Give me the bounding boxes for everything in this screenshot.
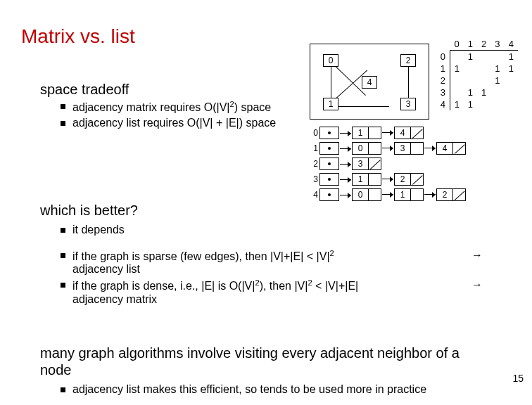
arrow-icon: → [462, 278, 483, 305]
matrix-cell [490, 51, 504, 63]
bullet-text: adjacency list makes this efficient, so … [72, 383, 511, 396]
graph-node: 2 [400, 54, 416, 67]
adjlist-row: 0 1 4 [310, 125, 514, 141]
matrix-col-header: 0 [450, 38, 463, 51]
matrix-row-header: 4 [436, 98, 450, 110]
matrix-cell: 1 [464, 51, 477, 63]
graph-node: 0 [323, 54, 338, 67]
bullet-efficient: adjacency list makes this efficient, so … [61, 383, 511, 396]
matrix-cell [477, 51, 490, 63]
adjlist-node: 0 [352, 188, 381, 201]
bullet-square-icon [61, 104, 65, 109]
arrow-icon: → [462, 249, 483, 276]
bullet-list-space: adjacency list requires O(|V| + |E|) spa… [61, 117, 328, 129]
graph-diagram: 0 2 4 1 3 [310, 44, 429, 120]
adjlist-index: 4 [310, 190, 319, 200]
matrix-cell [490, 86, 504, 98]
adjlist-node: 1 [352, 127, 381, 139]
adjlist-row: 1 0 3 4 [310, 141, 514, 156]
adjlist-row: 3 1 2 [310, 172, 514, 187]
page-number: 15 [512, 373, 524, 384]
matrix-cell: 1 [505, 63, 518, 75]
adjlist-index: 1 [310, 143, 319, 153]
heading-many-algorithms: many graph algorithms involve visiting e… [40, 345, 483, 378]
matrix-row-header: 0 [436, 51, 450, 63]
matrix-cell: 1 [477, 86, 490, 98]
adjlist-node: 2 [394, 173, 424, 186]
adjlist-node: 3 [352, 158, 381, 170]
adjacency-list-diagram: 0 1 4 1 0 3 4 2 3 3 1 2 4 0 1 2 [310, 125, 514, 202]
adjacency-matrix: 0 1 2 3 4 0 1 1 1 1 1 1 2 1 [436, 38, 518, 113]
adjlist-row: 2 3 [310, 156, 514, 172]
bullets-which-better: it depends if the graph is sparse (few e… [61, 224, 483, 309]
matrix-cell: 1 [505, 51, 518, 63]
graph-node: 3 [400, 98, 416, 110]
bullet-text: adjacency matrix requires O(|V|2) space [72, 100, 328, 114]
matrix-cell [505, 98, 518, 110]
matrix-col-header: 3 [490, 38, 504, 51]
matrix-col-header: 1 [464, 38, 477, 51]
matrix-cell: 1 [464, 98, 477, 110]
bullet-text: if the graph is dense, i.e., |E| is O(|V… [72, 278, 483, 305]
matrix-cell [477, 63, 490, 75]
matrix-cell [450, 75, 463, 86]
matrix-cell: 1 [464, 86, 477, 98]
adjlist-node: 4 [436, 142, 466, 155]
matrix-cell [505, 75, 518, 86]
adjlist-head [319, 158, 339, 170]
adjlist-head [319, 173, 339, 186]
bullet-square-icon [61, 387, 65, 392]
matrix-col-header: 2 [477, 38, 490, 51]
bullet-dense: if the graph is dense, i.e., |E| is O(|V… [61, 278, 483, 305]
bullet-square-icon [61, 121, 65, 126]
adjlist-node: 3 [394, 142, 424, 155]
bullet-matrix-space: adjacency matrix requires O(|V|2) space [61, 100, 328, 114]
adjlist-node: 4 [394, 127, 424, 139]
heading-space-tradeoff: space tradeoff [40, 82, 129, 98]
heading-which-better: which is better? [40, 202, 138, 219]
matrix-row-header: 2 [436, 75, 450, 86]
adjlist-head [319, 142, 339, 155]
bullet-text: it depends [72, 224, 483, 236]
bullet-square-icon [61, 283, 65, 288]
matrix-cell [477, 98, 490, 110]
matrix-cell: 1 [490, 75, 504, 86]
adjlist-node: 1 [394, 188, 424, 201]
matrix-col-header: 4 [505, 38, 518, 51]
adjlist-head [319, 127, 339, 139]
adjlist-node: 0 [352, 142, 381, 155]
bullets-space-tradeoff: adjacency matrix requires O(|V|2) space … [61, 100, 328, 132]
matrix-cell: 1 [450, 98, 463, 110]
bullet-text: adjacency list requires O(|V| + |E|) spa… [72, 117, 328, 129]
matrix-row-header: 3 [436, 86, 450, 98]
matrix-cell [505, 86, 518, 98]
bullet-text: if the graph is sparse (few edges), then… [72, 249, 483, 276]
page-title: Matrix vs. list [21, 25, 135, 48]
adjlist-index: 2 [310, 159, 319, 169]
matrix-cell [450, 86, 463, 98]
adjlist-node: 2 [436, 188, 466, 201]
matrix-cell [477, 75, 490, 86]
matrix-cell: 1 [490, 63, 504, 75]
matrix-row-header: 1 [436, 63, 450, 75]
graph-node: 4 [362, 76, 377, 89]
graph-node: 1 [323, 98, 338, 110]
matrix-cell [464, 75, 477, 86]
adjlist-index: 0 [310, 128, 319, 138]
adjlist-node: 1 [352, 173, 381, 186]
bullet-square-icon [61, 228, 65, 233]
bullet-square-icon [61, 253, 65, 258]
adjlist-head [319, 188, 339, 201]
matrix-cell [450, 51, 463, 63]
bullet-sparse: if the graph is sparse (few edges), then… [61, 249, 483, 276]
adjlist-index: 3 [310, 174, 319, 184]
adjlist-row: 4 0 1 2 [310, 187, 514, 202]
matrix-cell: 1 [450, 63, 463, 75]
bullet-it-depends: it depends [61, 224, 483, 236]
bullets-many: adjacency list makes this efficient, so … [61, 383, 511, 399]
matrix-cell [490, 98, 504, 110]
matrix-cell [464, 63, 477, 75]
